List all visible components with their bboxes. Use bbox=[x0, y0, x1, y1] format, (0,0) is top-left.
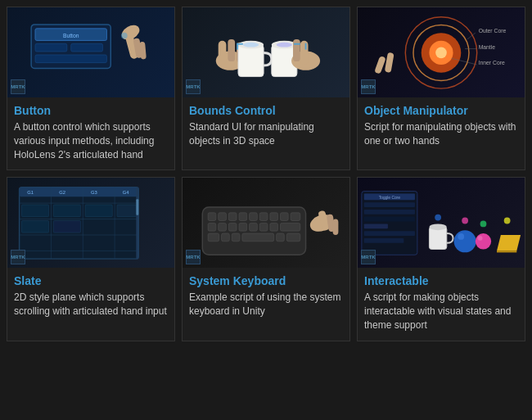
svg-rect-100 bbox=[364, 224, 388, 228]
card-image-button: Button MRTK bbox=[7, 7, 174, 97]
svg-point-111 bbox=[435, 215, 441, 221]
svg-point-105 bbox=[454, 230, 476, 252]
svg-text:G4: G4 bbox=[123, 190, 130, 195]
card-desc-interactable: A script for making objects interactable… bbox=[364, 291, 518, 332]
svg-rect-101 bbox=[364, 231, 415, 236]
svg-point-114 bbox=[504, 218, 511, 224]
svg-point-104 bbox=[429, 224, 446, 230]
svg-rect-83 bbox=[280, 223, 300, 231]
svg-text:Mantle: Mantle bbox=[479, 43, 496, 49]
svg-rect-61 bbox=[117, 205, 136, 217]
card-button[interactable]: Button MRTK Button A button control whic… bbox=[7, 7, 175, 170]
svg-text:G2: G2 bbox=[59, 190, 65, 195]
svg-rect-16 bbox=[238, 44, 264, 76]
card-content-keyboard: System Keyboard Example script of using … bbox=[183, 268, 349, 327]
svg-text:Inner Core: Inner Core bbox=[479, 60, 505, 65]
svg-rect-63 bbox=[53, 220, 80, 233]
svg-rect-28 bbox=[305, 43, 307, 49]
svg-rect-26 bbox=[237, 43, 238, 49]
svg-rect-103 bbox=[429, 227, 446, 249]
svg-rect-84 bbox=[208, 233, 219, 242]
card-desc-slate: 2D style plane which supports scrolling … bbox=[14, 291, 168, 318]
svg-rect-62 bbox=[21, 220, 48, 233]
svg-rect-73 bbox=[270, 213, 278, 221]
svg-text:Button: Button bbox=[63, 33, 79, 38]
card-desc-objmanip: Script for manipulating objects with one… bbox=[364, 120, 518, 148]
card-interactable[interactable]: Toggle Core bbox=[357, 177, 525, 341]
svg-rect-98 bbox=[364, 210, 415, 215]
svg-rect-70 bbox=[239, 213, 247, 221]
svg-rect-80 bbox=[250, 223, 258, 231]
svg-rect-43 bbox=[20, 187, 139, 197]
watermark-bounds: MRTK bbox=[186, 79, 201, 94]
svg-rect-41 bbox=[385, 52, 394, 72]
watermark-keyboard: MRTK bbox=[186, 250, 201, 264]
svg-rect-75 bbox=[291, 213, 300, 221]
svg-point-106 bbox=[458, 233, 464, 240]
card-title-interactable: Interactable bbox=[364, 274, 518, 287]
card-content-objmanip: Object Manipulator Script for manipulati… bbox=[358, 97, 525, 156]
svg-marker-109 bbox=[497, 235, 521, 251]
card-title-button: Button bbox=[14, 104, 168, 117]
svg-point-112 bbox=[462, 218, 468, 224]
svg-rect-60 bbox=[85, 205, 112, 217]
card-desc-keyboard: Example script of using the system keybo… bbox=[189, 291, 343, 318]
svg-rect-64 bbox=[136, 187, 138, 259]
svg-rect-87 bbox=[242, 233, 274, 242]
watermark-button: MRTK bbox=[11, 79, 25, 94]
card-title-keyboard: System Keyboard bbox=[189, 274, 343, 287]
svg-rect-4 bbox=[71, 43, 103, 52]
svg-rect-79 bbox=[239, 223, 247, 231]
svg-rect-86 bbox=[232, 233, 240, 242]
svg-text:Toggle Core: Toggle Core bbox=[379, 196, 400, 200]
svg-rect-69 bbox=[228, 213, 237, 221]
svg-rect-71 bbox=[250, 213, 258, 221]
svg-rect-99 bbox=[364, 217, 415, 222]
svg-point-113 bbox=[480, 220, 487, 227]
svg-rect-68 bbox=[219, 213, 227, 221]
svg-rect-72 bbox=[259, 213, 268, 221]
watermark-interactable: MRTK bbox=[361, 250, 376, 264]
svg-rect-76 bbox=[208, 223, 216, 231]
svg-rect-58 bbox=[21, 205, 48, 217]
svg-marker-110 bbox=[497, 251, 516, 252]
card-image-bounds: MRTK bbox=[183, 7, 349, 97]
svg-rect-13 bbox=[228, 38, 235, 61]
card-image-interactable: Toggle Core bbox=[358, 178, 525, 268]
svg-rect-97 bbox=[364, 202, 415, 207]
card-slate[interactable]: G1 G2 G3 G4 H1 H2 H3 MRTK bbox=[7, 177, 175, 341]
watermark-objmanip: MRTK bbox=[361, 79, 376, 94]
svg-rect-23 bbox=[300, 40, 309, 64]
card-system-keyboard[interactable]: MRTK System Keyboard Example script of u… bbox=[182, 177, 350, 341]
card-desc-button: A button control which supports various … bbox=[14, 120, 168, 161]
svg-rect-74 bbox=[280, 213, 288, 221]
card-image-objmanip: Outer Core Mantle Inner Core MRTK bbox=[358, 7, 525, 97]
watermark-slate: MRTK bbox=[11, 250, 25, 264]
svg-rect-82 bbox=[270, 223, 278, 231]
svg-text:G1: G1 bbox=[27, 190, 34, 195]
card-title-bounds: Bounds Control bbox=[189, 104, 343, 117]
svg-rect-85 bbox=[222, 233, 230, 242]
svg-rect-24 bbox=[293, 38, 300, 61]
svg-rect-81 bbox=[259, 223, 268, 231]
svg-rect-27 bbox=[294, 43, 300, 44]
svg-rect-78 bbox=[228, 223, 237, 231]
svg-point-108 bbox=[478, 236, 483, 241]
card-grid: Button MRTK Button A button control whic… bbox=[0, 0, 532, 348]
card-object-manipulator[interactable]: Outer Core Mantle Inner Core MRTK Object… bbox=[357, 7, 525, 170]
card-title-slate: Slate bbox=[14, 274, 168, 287]
card-content-button: Button A button control which supports v… bbox=[7, 97, 174, 169]
svg-text:Outer Core: Outer Core bbox=[479, 28, 507, 34]
svg-rect-102 bbox=[364, 238, 404, 243]
card-desc-bounds: Standard UI for manipulating objects in … bbox=[189, 120, 343, 148]
svg-rect-94 bbox=[362, 192, 417, 255]
svg-rect-88 bbox=[277, 233, 285, 242]
svg-rect-40 bbox=[374, 56, 386, 75]
svg-rect-3 bbox=[35, 43, 67, 52]
svg-point-33 bbox=[435, 47, 447, 58]
card-image-slate: G1 G2 G3 G4 H1 H2 H3 MRTK bbox=[7, 178, 174, 268]
svg-rect-5 bbox=[35, 55, 106, 63]
svg-point-18 bbox=[243, 42, 259, 47]
card-bounds-control[interactable]: MRTK Bounds Control Standard UI for mani… bbox=[182, 7, 350, 170]
card-title-objmanip: Object Manipulator bbox=[364, 104, 518, 117]
